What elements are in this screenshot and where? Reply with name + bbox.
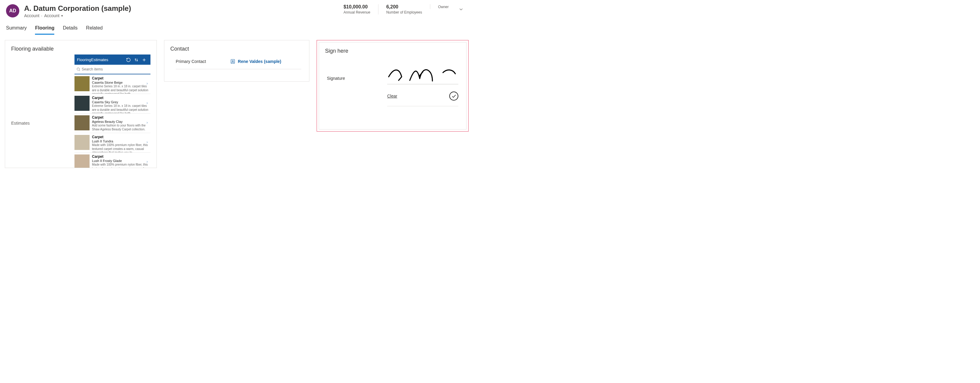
tab-related[interactable]: Related: [86, 25, 102, 35]
stat-value-employees: 6,200: [386, 4, 422, 9]
sort-icon[interactable]: [132, 57, 140, 62]
item-subtitle: Ageless Beauty Clay: [92, 120, 149, 123]
list-header: FlooringEstimates: [75, 54, 151, 65]
list-item[interactable]: Carpet Caserta Stone Beige Extreme Serie…: [75, 74, 151, 94]
confirm-signature-button[interactable]: [449, 92, 458, 101]
separator-dot: ·: [41, 13, 43, 18]
header-stats: $10,000.00 Annual Revenue 6,200 Number o…: [336, 4, 457, 14]
tab-flooring[interactable]: Flooring: [35, 25, 54, 35]
clear-signature-button[interactable]: Clear: [387, 93, 397, 98]
svg-line-3: [79, 70, 80, 71]
tab-summary[interactable]: Summary: [6, 25, 27, 35]
flooring-estimates-list: FlooringEstimates: [75, 54, 151, 168]
item-description: Add some fashion to your floors with the…: [92, 124, 149, 131]
chevron-right-icon[interactable]: [146, 101, 149, 107]
list-header-title: FlooringEstimates: [77, 57, 124, 62]
item-name: Carpet: [92, 116, 149, 120]
avatar: AD: [6, 4, 19, 17]
stat-label-employees: Number of Employees: [386, 10, 422, 14]
item-subtitle: Lush II Tundra: [92, 139, 149, 143]
chevron-right-icon[interactable]: [146, 120, 149, 126]
flooring-section: Flooring available Estimates FlooringEst…: [5, 40, 157, 168]
list-item[interactable]: Carpet Lush II Tundra Made with 100% pre…: [75, 133, 151, 153]
stat-value-revenue: $10,000.00: [344, 4, 370, 9]
item-name: Carpet: [92, 76, 149, 81]
contact-section: Contact Primary Contact Rene Valdes (sam…: [164, 40, 309, 82]
add-icon[interactable]: [140, 57, 148, 62]
contact-icon: [230, 59, 235, 64]
search-icon: [76, 67, 81, 71]
list-search[interactable]: [75, 65, 151, 74]
list-item[interactable]: Carpet Ageless Beauty Clay Add some fash…: [75, 114, 151, 133]
item-name: Carpet: [92, 135, 149, 139]
flooring-section-title: Flooring available: [5, 40, 156, 54]
contact-section-title: Contact: [164, 40, 309, 54]
swatch-icon: [75, 76, 89, 91]
record-subtitle[interactable]: Account · Account ▾: [24, 13, 336, 18]
tab-details[interactable]: Details: [63, 25, 78, 35]
swatch-icon: [75, 135, 89, 150]
item-description: Extreme Series 18 in. x 18 in. carpet ti…: [92, 104, 149, 114]
chevron-right-icon[interactable]: [146, 160, 149, 165]
signature-field-label: Signature: [327, 76, 381, 84]
page-title: A. Datum Corporation (sample): [24, 4, 336, 13]
primary-contact-name: Rene Valdes (sample): [238, 59, 282, 64]
item-subtitle: Caserta Stone Beige: [92, 81, 149, 84]
item-subtitle: Lush II Frosty Glade: [92, 159, 149, 163]
item-name: Carpet: [92, 96, 149, 100]
divider: [176, 69, 301, 69]
primary-contact-link[interactable]: Rene Valdes (sample): [230, 59, 282, 64]
sign-section-title: Sign here: [319, 43, 466, 57]
refresh-icon[interactable]: [124, 57, 132, 62]
swatch-icon: [75, 155, 89, 168]
signature-canvas[interactable]: [387, 64, 458, 84]
swatch-icon: [75, 116, 89, 130]
stat-label-owner: Owner: [438, 5, 449, 9]
sign-section-highlight: Sign here Signature Clear: [317, 40, 469, 131]
primary-contact-label: Primary Contact: [176, 59, 230, 64]
entity-type: Account: [24, 13, 40, 18]
svg-point-5: [232, 60, 234, 62]
chevron-down-icon[interactable]: ▾: [61, 14, 63, 18]
chevron-right-icon[interactable]: [146, 81, 149, 87]
check-icon: [451, 93, 457, 99]
svg-rect-4: [231, 59, 235, 63]
estimates-field-label: Estimates: [11, 54, 75, 168]
search-input[interactable]: [81, 66, 149, 72]
form-tabs: Summary Flooring Details Related: [0, 21, 473, 35]
item-description: Made with 100% premium nylon fiber, this…: [92, 163, 149, 168]
sign-section: Sign here Signature Clear: [319, 42, 466, 130]
list-item[interactable]: Carpet Lush II Frosty Glade Made with 10…: [75, 153, 151, 168]
list-item[interactable]: Carpet Caserta Sky Grey Extreme Series 1…: [75, 94, 151, 114]
item-description: Made with 100% premium nylon fiber, this…: [92, 143, 149, 153]
signature-stroke-icon: [387, 65, 460, 84]
item-name: Carpet: [92, 155, 149, 159]
record-header: AD A. Datum Corporation (sample) Account…: [0, 0, 473, 21]
swatch-icon: [75, 96, 89, 111]
item-description: Extreme Series 18 in. x 18 in. carpet ti…: [92, 85, 149, 94]
form-name: Account: [44, 13, 59, 18]
chevron-right-icon[interactable]: [146, 140, 149, 146]
expand-header-icon[interactable]: [457, 4, 468, 14]
stat-label-revenue: Annual Revenue: [344, 10, 370, 14]
svg-point-2: [77, 68, 79, 70]
item-subtitle: Caserta Sky Grey: [92, 100, 149, 104]
